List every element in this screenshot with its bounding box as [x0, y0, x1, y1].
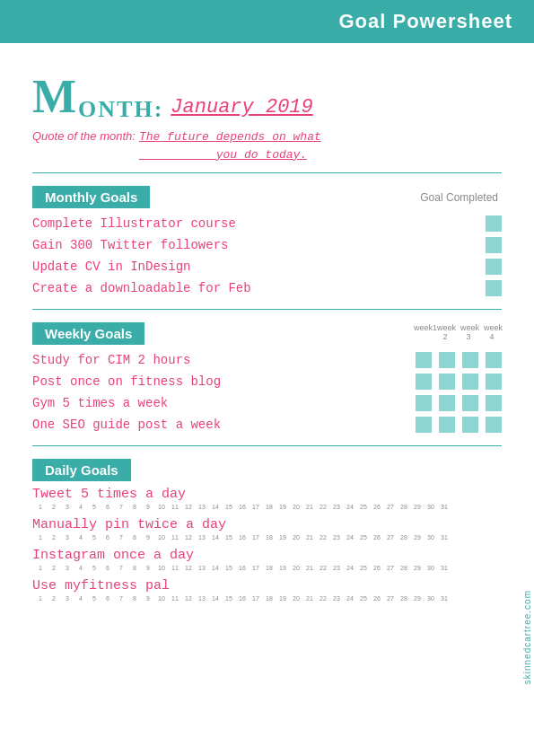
day-number[interactable]: 26: [371, 595, 383, 602]
day-number[interactable]: 23: [330, 595, 343, 602]
day-number[interactable]: 29: [411, 504, 424, 510]
day-number[interactable]: 11: [169, 534, 181, 541]
monthly-checkbox-3[interactable]: [486, 259, 502, 275]
day-number[interactable]: 11: [169, 595, 181, 602]
day-number[interactable]: 30: [425, 595, 437, 602]
day-number[interactable]: 26: [371, 565, 383, 571]
day-number[interactable]: 5: [88, 595, 101, 602]
day-number[interactable]: 4: [74, 534, 87, 541]
day-number[interactable]: 2: [48, 565, 60, 571]
weekly-checkbox-1-4[interactable]: [486, 352, 502, 368]
day-number[interactable]: 2: [48, 504, 60, 510]
day-number[interactable]: 29: [411, 534, 424, 541]
day-number[interactable]: 24: [344, 504, 356, 510]
day-number[interactable]: 1: [34, 565, 47, 571]
weekly-checkbox-3-1[interactable]: [416, 395, 432, 411]
day-number[interactable]: 18: [263, 595, 276, 602]
day-number[interactable]: 21: [303, 504, 316, 510]
day-number[interactable]: 31: [438, 534, 451, 541]
day-number[interactable]: 24: [344, 595, 356, 602]
weekly-checkbox-4-4[interactable]: [486, 417, 502, 433]
day-number[interactable]: 3: [61, 504, 74, 510]
day-number[interactable]: 10: [155, 534, 168, 541]
day-number[interactable]: 15: [223, 504, 235, 510]
day-number[interactable]: 17: [249, 565, 262, 571]
day-number[interactable]: 28: [398, 534, 410, 541]
day-number[interactable]: 28: [398, 565, 410, 571]
weekly-checkbox-3-4[interactable]: [486, 395, 502, 411]
day-number[interactable]: 29: [411, 595, 424, 602]
day-number[interactable]: 5: [88, 534, 101, 541]
day-number[interactable]: 13: [196, 504, 208, 510]
day-number[interactable]: 18: [263, 534, 276, 541]
day-number[interactable]: 18: [263, 504, 276, 510]
day-number[interactable]: 6: [101, 595, 114, 602]
day-number[interactable]: 30: [425, 504, 437, 510]
day-number[interactable]: 13: [196, 534, 208, 541]
day-number[interactable]: 7: [115, 504, 127, 510]
day-number[interactable]: 17: [249, 504, 262, 510]
day-number[interactable]: 22: [317, 504, 329, 510]
day-number[interactable]: 28: [398, 595, 410, 602]
weekly-checkbox-1-2[interactable]: [439, 352, 455, 368]
day-number[interactable]: 16: [236, 595, 249, 602]
day-number[interactable]: 19: [276, 595, 289, 602]
weekly-checkbox-2-4[interactable]: [486, 374, 502, 390]
day-number[interactable]: 31: [438, 595, 451, 602]
day-number[interactable]: 13: [196, 595, 208, 602]
day-number[interactable]: 30: [425, 534, 437, 541]
weekly-checkbox-3-2[interactable]: [439, 395, 455, 411]
day-number[interactable]: 2: [48, 595, 60, 602]
day-number[interactable]: 16: [236, 534, 249, 541]
day-number[interactable]: 23: [330, 534, 343, 541]
day-number[interactable]: 6: [101, 565, 114, 571]
weekly-checkbox-4-3[interactable]: [462, 417, 478, 433]
day-number[interactable]: 11: [169, 504, 181, 510]
day-number[interactable]: 17: [249, 595, 262, 602]
day-number[interactable]: 27: [384, 565, 397, 571]
day-number[interactable]: 9: [142, 565, 154, 571]
day-number[interactable]: 15: [223, 534, 235, 541]
day-number[interactable]: 25: [357, 595, 370, 602]
day-number[interactable]: 14: [209, 595, 222, 602]
day-number[interactable]: 15: [223, 595, 235, 602]
monthly-checkbox-4[interactable]: [486, 280, 502, 296]
day-number[interactable]: 12: [182, 565, 195, 571]
day-number[interactable]: 31: [438, 504, 451, 510]
day-number[interactable]: 3: [61, 595, 74, 602]
day-number[interactable]: 20: [290, 504, 302, 510]
day-number[interactable]: 14: [209, 565, 222, 571]
day-number[interactable]: 14: [209, 534, 222, 541]
day-number[interactable]: 27: [384, 595, 397, 602]
day-number[interactable]: 10: [155, 595, 168, 602]
day-number[interactable]: 8: [128, 565, 141, 571]
day-number[interactable]: 19: [276, 565, 289, 571]
day-number[interactable]: 10: [155, 565, 168, 571]
day-number[interactable]: 23: [330, 504, 343, 510]
day-number[interactable]: 7: [115, 595, 127, 602]
weekly-checkbox-2-2[interactable]: [439, 374, 455, 390]
day-number[interactable]: 1: [34, 504, 47, 510]
day-number[interactable]: 16: [236, 565, 249, 571]
day-number[interactable]: 16: [236, 504, 249, 510]
day-number[interactable]: 14: [209, 504, 222, 510]
day-number[interactable]: 28: [398, 504, 410, 510]
weekly-checkbox-1-1[interactable]: [416, 352, 432, 368]
day-number[interactable]: 4: [74, 595, 87, 602]
day-number[interactable]: 13: [196, 565, 208, 571]
day-number[interactable]: 30: [425, 565, 437, 571]
day-number[interactable]: 12: [182, 595, 195, 602]
day-number[interactable]: 24: [344, 565, 356, 571]
weekly-checkbox-4-2[interactable]: [439, 417, 455, 433]
day-number[interactable]: 1: [34, 534, 47, 541]
day-number[interactable]: 19: [276, 534, 289, 541]
day-number[interactable]: 11: [169, 565, 181, 571]
day-number[interactable]: 20: [290, 534, 302, 541]
day-number[interactable]: 21: [303, 534, 316, 541]
day-number[interactable]: 20: [290, 565, 302, 571]
day-number[interactable]: 8: [128, 534, 141, 541]
day-number[interactable]: 27: [384, 534, 397, 541]
day-number[interactable]: 5: [88, 504, 101, 510]
day-number[interactable]: 7: [115, 534, 127, 541]
day-number[interactable]: 2: [48, 534, 60, 541]
